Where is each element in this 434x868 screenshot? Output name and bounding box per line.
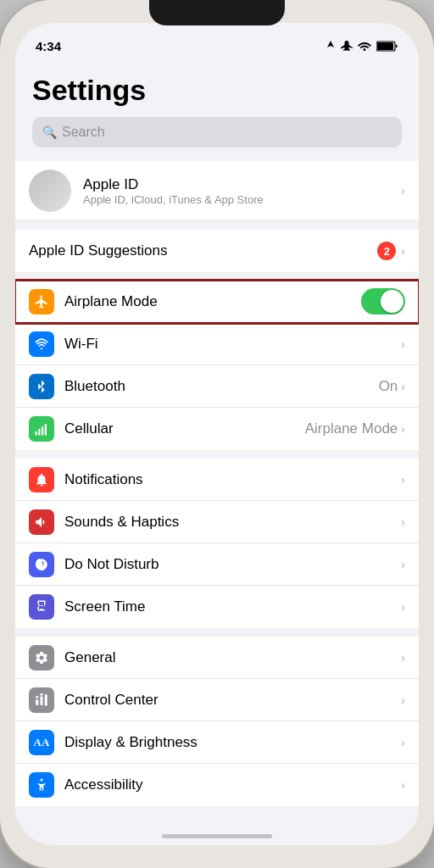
display-brightness-label: Display & Brightness <box>64 734 401 751</box>
search-bar[interactable]: 🔍 Search <box>32 117 402 147</box>
wifi-row[interactable]: Wi-Fi › <box>15 323 419 365</box>
display-brightness-icon: AA <box>29 730 54 755</box>
apple-id-avatar <box>29 170 71 212</box>
battery-icon <box>376 41 398 52</box>
apple-id-text: Apple ID Apple ID, iCloud, iTunes & App … <box>83 176 401 206</box>
accessibility-icon <box>29 772 54 798</box>
search-icon: 🔍 <box>42 125 57 139</box>
phone-frame: 4:34 <box>0 0 434 868</box>
notifications-icon <box>29 467 54 492</box>
phone-screen: 4:34 <box>15 23 419 845</box>
connectivity-section: Airplane Mode Wi-Fi <box>15 281 419 450</box>
notifications-row[interactable]: Notifications › <box>15 459 419 501</box>
page-title: Settings <box>15 60 419 117</box>
do-not-disturb-label: Do Not Disturb <box>64 556 401 573</box>
svg-point-10 <box>36 695 38 698</box>
bluetooth-icon <box>29 374 54 399</box>
airplane-mode-row[interactable]: Airplane Mode <box>15 281 419 323</box>
svg-point-2 <box>41 348 42 349</box>
bluetooth-value: On <box>379 378 398 395</box>
wifi-icon <box>29 331 54 357</box>
control-center-icon <box>29 687 54 713</box>
svg-rect-3 <box>36 431 37 436</box>
airplane-mode-icon <box>29 289 54 314</box>
suggestions-chevron: › <box>401 244 405 258</box>
sounds-label: Sounds & Haptics <box>64 514 401 531</box>
airplane-status-icon <box>341 41 353 51</box>
accessibility-chevron: › <box>401 778 405 792</box>
wifi-label: Wi-Fi <box>64 336 401 353</box>
notifications-section: Notifications › Sounds & Haptics › <box>15 459 419 628</box>
sounds-icon <box>29 509 54 535</box>
svg-rect-8 <box>41 696 43 705</box>
display-brightness-chevron: › <box>401 736 405 749</box>
wifi-chevron: › <box>401 337 405 351</box>
svg-rect-5 <box>42 426 43 436</box>
svg-rect-1 <box>377 42 393 50</box>
svg-rect-7 <box>36 699 38 705</box>
cellular-label: Cellular <box>64 420 305 437</box>
wifi-status-icon <box>358 41 371 51</box>
notch <box>149 0 285 25</box>
apple-id-subtitle: Apple ID, iCloud, iTunes & App Store <box>83 193 401 206</box>
screen-time-icon <box>29 594 54 620</box>
screen-time-row[interactable]: Screen Time › <box>15 586 419 628</box>
control-center-chevron: › <box>401 693 405 707</box>
sounds-row[interactable]: Sounds & Haptics › <box>15 501 419 543</box>
suggestions-row[interactable]: Apple ID Suggestions 2 › <box>15 230 419 272</box>
sounds-chevron: › <box>401 515 405 529</box>
do-not-disturb-chevron: › <box>401 558 405 571</box>
cellular-chevron: › <box>401 422 405 436</box>
apple-id-section: Apple ID Apple ID, iCloud, iTunes & App … <box>15 161 419 221</box>
control-center-row[interactable]: Control Center › <box>15 679 419 721</box>
general-row[interactable]: General › <box>15 637 419 679</box>
status-bar: 4:34 <box>15 23 419 60</box>
cellular-icon <box>29 416 54 442</box>
cellular-value: Airplane Mode <box>305 420 398 437</box>
general-chevron: › <box>401 651 405 665</box>
search-placeholder: Search <box>62 125 105 140</box>
do-not-disturb-row[interactable]: Do Not Disturb › <box>15 543 419 586</box>
accessibility-row[interactable]: Accessibility › <box>15 764 419 806</box>
suggestions-badge: 2 <box>377 242 396 260</box>
apple-id-name: Apple ID <box>83 176 401 193</box>
general-label: General <box>64 649 401 666</box>
svg-point-13 <box>41 779 43 782</box>
general-section: General › Cont <box>15 637 419 806</box>
general-icon <box>29 645 54 670</box>
airplane-mode-toggle[interactable] <box>361 288 405 314</box>
screen-time-chevron: › <box>401 600 405 614</box>
settings-content[interactable]: Settings 🔍 Search Apple ID Apple ID, iCl… <box>15 60 419 829</box>
toggle-knob <box>381 290 403 313</box>
notifications-label: Notifications <box>64 471 401 488</box>
bluetooth-chevron: › <box>401 380 405 393</box>
accessibility-label: Accessibility <box>64 776 401 793</box>
do-not-disturb-icon <box>29 552 54 577</box>
home-indicator <box>162 834 272 838</box>
screen-time-label: Screen Time <box>64 598 401 615</box>
status-time: 4:34 <box>36 39 61 53</box>
svg-point-11 <box>41 693 43 695</box>
apple-id-row[interactable]: Apple ID Apple ID, iCloud, iTunes & App … <box>15 161 419 221</box>
suggestions-label: Apple ID Suggestions <box>29 242 377 259</box>
display-brightness-row[interactable]: AA Display & Brightness › <box>15 721 419 764</box>
location-icon <box>326 41 336 51</box>
bluetooth-row[interactable]: Bluetooth On › <box>15 365 419 408</box>
svg-point-12 <box>45 703 47 705</box>
svg-rect-4 <box>38 429 40 436</box>
suggestions-section: Apple ID Suggestions 2 › <box>15 230 419 272</box>
airplane-mode-label: Airplane Mode <box>64 293 361 310</box>
status-icons <box>326 41 398 52</box>
bluetooth-label: Bluetooth <box>64 378 379 395</box>
svg-rect-6 <box>45 424 47 436</box>
cellular-row[interactable]: Cellular Airplane Mode › <box>15 408 419 450</box>
notifications-chevron: › <box>401 473 405 487</box>
control-center-label: Control Center <box>64 692 401 709</box>
apple-id-chevron: › <box>401 184 405 198</box>
